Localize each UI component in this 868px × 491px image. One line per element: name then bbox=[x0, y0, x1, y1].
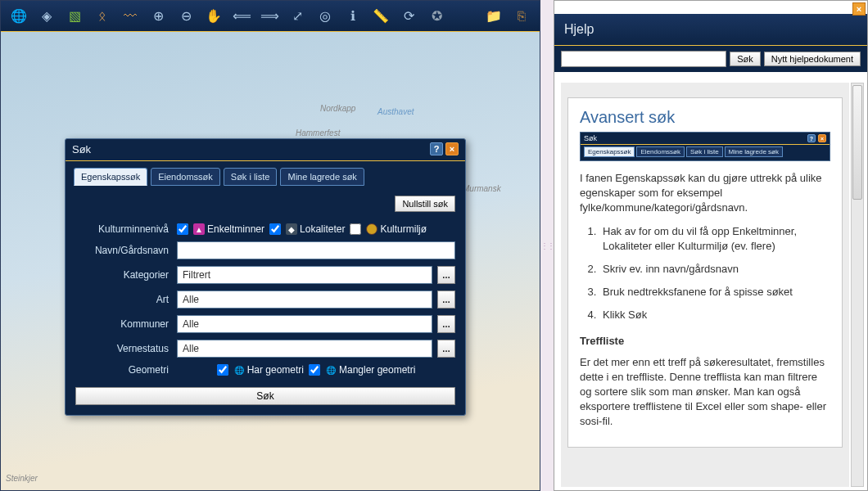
help-paragraph: Er det mer enn ett treff på søkeresultat… bbox=[580, 355, 830, 430]
globe-small-icon: 🌐 bbox=[233, 364, 245, 376]
art-input[interactable] bbox=[177, 291, 432, 309]
gps-icon[interactable]: ✪ bbox=[428, 8, 445, 25]
kategorier-picker-button[interactable]: … bbox=[437, 266, 455, 284]
search-tabstrip: Egenskapssøk Eiendomssøk Søk i liste Min… bbox=[66, 161, 465, 186]
help-step: Hak av for om du vil få opp Enkeltminner… bbox=[599, 224, 830, 254]
chk-enkeltminner[interactable] bbox=[177, 223, 188, 235]
map-label: Steinkjer bbox=[6, 474, 38, 483]
help-new-doc-button[interactable]: Nytt hjelpedokument bbox=[764, 52, 861, 66]
measure-icon[interactable]: 📏 bbox=[373, 8, 389, 25]
chk-kulturmiljo[interactable] bbox=[350, 223, 361, 235]
vernestatus-picker-button[interactable]: … bbox=[437, 340, 455, 358]
search-dialog-body: Nullstill søk Kulturminnenivå ▲Enkeltmin… bbox=[66, 186, 465, 415]
dialog-close-icon[interactable]: × bbox=[445, 142, 459, 155]
help-step: Klikk Søk bbox=[599, 308, 830, 322]
thumb-help-icon: ? bbox=[807, 134, 816, 142]
thumb-close-icon: × bbox=[818, 134, 826, 142]
tab-egenskapssok[interactable]: Egenskapssøk bbox=[74, 168, 147, 186]
goto-icon[interactable]: ◎ bbox=[317, 8, 333, 25]
kommuner-input[interactable] bbox=[177, 315, 432, 333]
zoom-out-icon[interactable]: ⊖ bbox=[178, 8, 194, 25]
map-label: Austhavet bbox=[377, 107, 414, 116]
chk-mangler-geometri[interactable] bbox=[309, 364, 320, 376]
navn-label: Navn/Gårdsnavn bbox=[75, 245, 172, 256]
search-dialog: Søk ? × Egenskapssøk Eiendomssøk Søk i l… bbox=[65, 138, 466, 416]
zoom-in-icon[interactable]: ⊕ bbox=[150, 8, 166, 25]
map-label: Murmansk bbox=[463, 184, 501, 193]
chk-lokaliteter[interactable] bbox=[269, 223, 281, 235]
enkeltminner-icon: ▲ bbox=[193, 223, 205, 235]
art-label: Art bbox=[75, 294, 172, 305]
dialog-title-text: Søk bbox=[72, 143, 91, 155]
splitter[interactable]: ⋮⋮ bbox=[540, 0, 554, 491]
map-label: Hammerfest bbox=[296, 128, 340, 137]
exit-icon[interactable]: ⎘ bbox=[513, 8, 530, 25]
lokaliteter-icon: ◆ bbox=[286, 223, 297, 235]
dialog-titlebar[interactable]: Søk ? × bbox=[66, 139, 465, 161]
reset-search-button[interactable]: Nullstill søk bbox=[395, 196, 455, 212]
help-screenshot-thumb: Søk ? × Egenskapssøk Eiendomssøk Søk i l… bbox=[580, 132, 830, 161]
tab-eiendomssok[interactable]: Eiendomssøk bbox=[151, 168, 220, 186]
help-step: Bruk nedtrekksfanene for å spisse søket bbox=[599, 285, 830, 300]
help-panel-title: Hjelp bbox=[554, 14, 867, 46]
pan-icon[interactable]: ✋ bbox=[206, 8, 222, 25]
navn-input[interactable] bbox=[177, 241, 455, 259]
kommuner-picker-button[interactable]: … bbox=[437, 315, 455, 333]
dialog-help-icon[interactable]: ? bbox=[430, 142, 443, 155]
back-icon[interactable]: ⟸ bbox=[233, 8, 250, 25]
info-icon[interactable]: ℹ bbox=[345, 8, 361, 25]
help-content: Avansert søk Søk ? × Egenskapssøk Eiendo… bbox=[561, 83, 849, 487]
help-search-input[interactable] bbox=[561, 51, 726, 67]
folder-add-icon[interactable]: 📁 bbox=[486, 8, 502, 25]
chk-har-geometri[interactable] bbox=[217, 364, 228, 376]
help-subheading: Treffliste bbox=[580, 335, 830, 347]
levels-label: Kulturminnenivå bbox=[75, 223, 172, 235]
search-button[interactable]: Søk bbox=[75, 387, 455, 405]
kulturmiljo-icon bbox=[366, 223, 377, 235]
tab-sok-i-liste[interactable]: Søk i liste bbox=[224, 168, 278, 186]
geometri-label: Geometri bbox=[75, 364, 172, 376]
image-layer-icon[interactable]: ▧ bbox=[66, 8, 83, 25]
refresh-icon[interactable]: ⟳ bbox=[400, 8, 417, 25]
help-intro: I fanen Egenskapssøk kan du gjøre uttrek… bbox=[580, 171, 830, 216]
help-step: Skriv ev. inn navn/gårdsnavn bbox=[599, 262, 830, 277]
help-steps: Hak av for om du vil få opp Enkeltminner… bbox=[599, 224, 830, 323]
main-toolbar: 🌐 ◈ ▧ ᛟ 〰 ⊕ ⊖ ✋ ⟸ ⟹ ⤢ ◎ ℹ 📏 ⟳ ✪ 📁 ⎘ bbox=[1, 1, 540, 32]
region-icon[interactable]: ᛟ bbox=[94, 8, 111, 25]
map-panel: 🌐 ◈ ▧ ᛟ 〰 ⊕ ⊖ ✋ ⟸ ⟹ ⤢ ◎ ℹ 📏 ⟳ ✪ 📁 ⎘ Nord… bbox=[0, 0, 540, 491]
draw-icon[interactable]: 〰 bbox=[122, 8, 138, 25]
globe-icon[interactable]: 🌐 bbox=[11, 8, 27, 25]
help-panel: × Hjelp Søk Nytt hjelpedokument Avansert… bbox=[554, 0, 868, 491]
help-doc-heading: Avansert søk bbox=[580, 108, 830, 127]
tab-mine-lagrede-sok[interactable]: Mine lagrede søk bbox=[280, 168, 364, 186]
forward-icon[interactable]: ⟹ bbox=[261, 8, 278, 25]
globe-small-icon: 🌐 bbox=[325, 364, 337, 376]
vernestatus-input[interactable] bbox=[177, 340, 432, 358]
help-panel-close-icon[interactable]: × bbox=[852, 2, 866, 16]
kommuner-label: Kommuner bbox=[75, 318, 172, 330]
layers-icon[interactable]: ◈ bbox=[38, 8, 55, 25]
zoom-extent-icon[interactable]: ⤢ bbox=[289, 8, 305, 25]
kategorier-label: Kategorier bbox=[75, 269, 172, 281]
art-picker-button[interactable]: … bbox=[437, 291, 455, 309]
kategorier-input[interactable] bbox=[177, 266, 432, 284]
help-scrollbar-thumb[interactable] bbox=[852, 85, 862, 200]
help-scrollbar[interactable] bbox=[851, 83, 864, 487]
map-label: Nordkapp bbox=[320, 104, 355, 113]
help-document: Avansert søk Søk ? × Egenskapssøk Eiendo… bbox=[567, 97, 843, 448]
splitter-grip-icon: ⋮⋮ bbox=[540, 241, 554, 250]
vernestatus-label: Vernestatus bbox=[75, 343, 172, 354]
help-search-button[interactable]: Søk bbox=[730, 52, 761, 66]
help-toolbar: Søk Nytt hjelpedokument bbox=[554, 46, 867, 72]
